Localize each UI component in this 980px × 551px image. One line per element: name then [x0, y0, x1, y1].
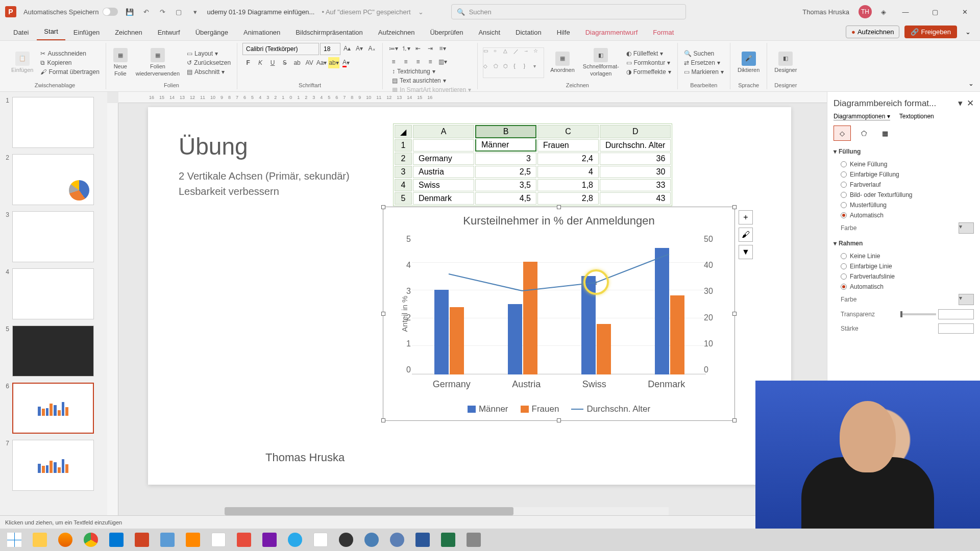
bar-denmark-f[interactable]: [670, 295, 684, 374]
new-slide-button[interactable]: ▦ Neue Folie: [111, 47, 130, 78]
cell-b3[interactable]: 2,5: [475, 166, 536, 178]
slide-subtitle[interactable]: 2 Vertikale Achsen (Primär, sekundär) Le…: [179, 168, 350, 199]
primary-y-axis[interactable]: 5 4 3 2 1 0: [399, 235, 411, 374]
cell-germany[interactable]: Germany: [413, 153, 474, 165]
cell-d1[interactable]: Durchschn. Alter: [600, 139, 671, 152]
resize-handle[interactable]: [557, 418, 561, 422]
bar-denmark-m[interactable]: [655, 248, 669, 374]
autosave-toggle[interactable]: Automatisches Speichern: [23, 8, 118, 16]
thumb-slide-7[interactable]: [12, 440, 94, 491]
cell-b4[interactable]: 3,5: [475, 179, 536, 191]
chart-legend[interactable]: Männer Frauen Durchschn. Alter: [383, 404, 734, 414]
arrange-button[interactable]: ▦ Anordnen: [548, 51, 577, 74]
change-case-button[interactable]: Aa▾: [316, 57, 327, 68]
reuse-slides-button[interactable]: ▦ Folien wiederverwenden: [134, 47, 182, 78]
app-icon[interactable]: [309, 530, 332, 549]
tab-zeichnen[interactable]: Zeichnen: [108, 24, 149, 40]
font-size-select[interactable]: 18: [320, 43, 340, 55]
app-icon[interactable]: [156, 530, 179, 549]
aufzeichnen-button[interactable]: ● Aufzeichnen: [846, 26, 899, 38]
vlc-icon[interactable]: [182, 530, 204, 549]
app-icon[interactable]: [462, 530, 485, 549]
bar-swiss-f[interactable]: [597, 324, 611, 374]
strikethrough-button[interactable]: S̶: [279, 57, 290, 68]
shadow-button[interactable]: ab: [291, 57, 303, 68]
bar-austria-m[interactable]: [508, 304, 522, 374]
thumb-slide-2[interactable]: [12, 154, 94, 205]
shape-effects-button[interactable]: ◑Formeffekte▾: [625, 68, 672, 76]
app-icon[interactable]: [386, 530, 408, 549]
user-name[interactable]: Thomas Hruska: [802, 8, 849, 16]
underline-button[interactable]: U: [267, 57, 278, 68]
scrollbar-thumb[interactable]: [225, 507, 513, 515]
outlook-icon[interactable]: [105, 530, 128, 549]
resize-handle[interactable]: [381, 205, 385, 209]
chrome-icon[interactable]: [80, 530, 102, 549]
tab-textoptionen[interactable]: Textoptionen: [899, 113, 934, 120]
minimize-button[interactable]: —: [895, 4, 916, 19]
plot-area[interactable]: ↓: [412, 235, 706, 374]
pane-dropdown-icon[interactable]: ▾: [958, 98, 963, 109]
size-props-icon[interactable]: ▦: [876, 126, 894, 141]
tab-bildschirm[interactable]: Bildschirmpräsentation: [288, 24, 370, 40]
cell-c4[interactable]: 1,8: [537, 179, 599, 191]
cell-c5[interactable]: 2,8: [537, 192, 599, 205]
indent-right-button[interactable]: ⇥: [425, 43, 436, 54]
tab-diagrammentwurf[interactable]: Diagrammentwurf: [578, 24, 645, 40]
col-header-d[interactable]: D: [600, 125, 671, 138]
cell-b5[interactable]: 4,5: [475, 192, 536, 205]
tab-hilfe[interactable]: Hilfe: [550, 24, 577, 40]
columns-button[interactable]: ▥▾: [437, 56, 448, 67]
transparency-input[interactable]: [938, 309, 974, 319]
fill-line-icon[interactable]: ◇: [834, 126, 851, 141]
col-header-b[interactable]: B: [475, 125, 536, 138]
tab-entwurf[interactable]: Entwurf: [151, 24, 187, 40]
powerpoint-icon[interactable]: [131, 530, 153, 549]
col-header-c[interactable]: C: [537, 125, 599, 138]
align-right-button[interactable]: ≡: [412, 56, 424, 67]
toggle-switch-icon[interactable]: [103, 8, 118, 16]
tab-animationen[interactable]: Animationen: [236, 24, 287, 40]
find-button[interactable]: 🔍Suchen: [683, 49, 725, 58]
app-icon[interactable]: [360, 530, 383, 549]
shapes-gallery[interactable]: ▭○△／→☆ ◇⬠⬡{}▾: [483, 47, 544, 78]
align-center-button[interactable]: ≡: [400, 56, 411, 67]
resize-handle[interactable]: [381, 418, 385, 422]
row-header-5[interactable]: 5: [395, 192, 412, 205]
section-fuellung[interactable]: ▾Füllung: [834, 148, 974, 155]
line-spacing-button[interactable]: ≡▾: [437, 43, 448, 54]
ribbon-chevron-icon[interactable]: ⌄: [968, 80, 974, 87]
resize-handle[interactable]: [732, 205, 737, 209]
file-explorer-icon[interactable]: [29, 530, 51, 549]
avatar[interactable]: TH: [859, 5, 872, 18]
effects-icon[interactable]: ⬠: [855, 126, 872, 141]
indent-left-button[interactable]: ⇤: [412, 43, 424, 54]
copy-button[interactable]: ⧉Kopieren: [39, 59, 100, 67]
designer-button[interactable]: ◧ Designer: [772, 51, 799, 74]
numbering-button[interactable]: ⒈▾: [400, 43, 411, 54]
cell-a1[interactable]: [413, 139, 474, 152]
radio-rahmen-auto[interactable]: Automatisch: [834, 282, 974, 292]
start-button[interactable]: [3, 530, 26, 549]
cell-denmark[interactable]: Denmark: [413, 192, 474, 205]
tab-ansicht[interactable]: Ansicht: [471, 24, 507, 40]
bullets-button[interactable]: ≔▾: [388, 43, 399, 54]
row-header-2[interactable]: 2: [395, 153, 412, 165]
search-input[interactable]: 🔍 Suchen: [451, 4, 686, 19]
chart-object[interactable]: + 🖌 ▼ Kursteilnehmer in % der Anmeldunge…: [383, 207, 735, 421]
increase-font-icon[interactable]: A▴: [341, 43, 353, 54]
maximize-button[interactable]: ▢: [925, 4, 945, 19]
font-family-select[interactable]: Calibri (Textkörper): [242, 43, 319, 55]
app-icon[interactable]: [335, 530, 357, 549]
thumb-slide-3[interactable]: [12, 211, 94, 262]
radio-farbverlaufslinie[interactable]: Farbverlaufslinie: [834, 271, 974, 282]
cell-c1[interactable]: Frauen: [537, 139, 599, 152]
quick-styles-button[interactable]: ◧ Schnellformat- vorlagen: [581, 47, 621, 78]
resize-handle[interactable]: [732, 418, 737, 422]
font-color-button[interactable]: A▾: [340, 57, 352, 68]
embedded-data-table[interactable]: ◢ A B C D 1 Männer Frauen Durchschn. Alt…: [393, 123, 672, 206]
chart-title[interactable]: Kursteilnehmer in % der Anmeldungen: [383, 214, 734, 228]
save-icon[interactable]: 💾: [125, 7, 134, 16]
chart-filters-button[interactable]: ▼: [739, 245, 753, 259]
layout-button[interactable]: ▭Layout▾: [186, 49, 232, 58]
